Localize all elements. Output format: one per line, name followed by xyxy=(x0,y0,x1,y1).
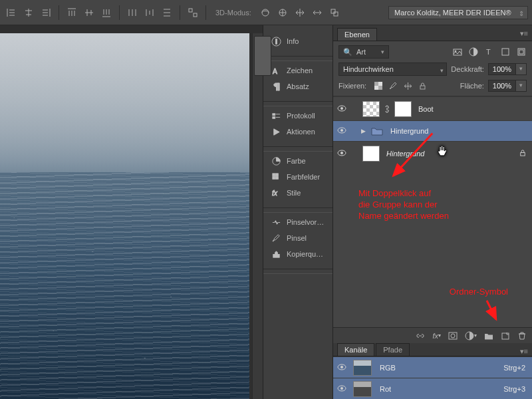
delete-layer-icon[interactable] xyxy=(517,331,527,340)
svg-point-47 xyxy=(340,366,343,368)
lock-all-icon[interactable] xyxy=(417,80,428,91)
folder-icon xyxy=(370,126,384,136)
tab-layers[interactable]: Ebenen xyxy=(337,28,377,41)
svg-rect-29 xyxy=(374,86,378,90)
svg-rect-7 xyxy=(276,41,277,44)
panel-color[interactable]: Farbe xyxy=(263,153,332,169)
panel-brush-presets[interactable]: Pinselvorga... xyxy=(263,214,332,230)
visibility-toggle[interactable] xyxy=(336,126,348,136)
filter-adjust-icon[interactable] xyxy=(468,47,479,57)
svg-rect-45 xyxy=(502,333,509,339)
distribute-v-icon[interactable] xyxy=(160,5,174,20)
panel-actions[interactable]: Aktionen xyxy=(263,124,332,140)
panel-paragraph[interactable]: Absatz xyxy=(263,78,332,94)
panel-brush[interactable]: Pinsel xyxy=(263,230,332,246)
3d-pan-icon[interactable] xyxy=(293,5,307,20)
filter-pixel-icon[interactable] xyxy=(452,47,463,57)
align-bottom-icon[interactable] xyxy=(99,5,114,20)
panel-history[interactable]: Protokoll xyxy=(263,108,332,124)
scrollbar-thumb[interactable] xyxy=(254,36,271,76)
layer-style-icon[interactable]: fx▾ xyxy=(432,332,441,340)
align-vcenter-icon[interactable] xyxy=(82,5,96,20)
layer-row-boot[interactable]: Boot xyxy=(333,96,532,120)
channel-row-red[interactable]: Rot Strg+3 xyxy=(333,378,532,399)
align-right-icon[interactable] xyxy=(39,5,53,20)
auto-align-icon[interactable] xyxy=(186,5,200,20)
visibility-toggle[interactable] xyxy=(336,362,348,373)
layer-mask-icon[interactable] xyxy=(448,331,458,340)
svg-rect-39 xyxy=(521,152,525,156)
visibility-toggle[interactable] xyxy=(336,104,348,114)
filter-smart-icon[interactable] xyxy=(516,47,527,57)
mode-3d-label: 3D-Modus: xyxy=(215,9,251,17)
tab-paths[interactable]: Pfade xyxy=(376,343,410,356)
lock-position-icon[interactable] xyxy=(402,80,413,91)
channel-thumb xyxy=(353,360,372,376)
channel-shortcut: Strg+3 xyxy=(503,385,525,393)
layer-thumb[interactable] xyxy=(362,146,380,162)
lock-transparent-icon[interactable] xyxy=(373,80,384,91)
new-layer-icon[interactable] xyxy=(501,331,510,340)
annotation-arrow-icon xyxy=(481,299,500,322)
opacity-flyout-button[interactable]: ▾ xyxy=(516,63,527,75)
align-hcenter-icon[interactable] xyxy=(21,5,36,20)
align-top-icon[interactable] xyxy=(65,5,79,20)
right-panels: Ebenen ▾≡ 🔍 Art ▾ T Hindurchwirke xyxy=(333,25,532,399)
opacity-value[interactable]: 100% xyxy=(488,63,516,75)
panel-menu-icon[interactable]: ▾≡ xyxy=(520,29,528,38)
new-group-icon[interactable] xyxy=(484,331,493,340)
blend-mode-dropdown[interactable]: Hindurchwirken xyxy=(338,63,447,76)
annotation-folder-hint: Ordner-Symbol xyxy=(450,287,508,297)
visibility-toggle[interactable] xyxy=(336,384,348,394)
panel-clone-source[interactable]: Kopierquelle xyxy=(263,246,332,262)
svg-point-32 xyxy=(340,107,343,110)
3d-roll-icon[interactable] xyxy=(275,5,290,20)
layer-row-background[interactable]: Hintergrund xyxy=(333,141,532,165)
adjustment-layer-icon[interactable]: ▾ xyxy=(465,331,477,340)
lock-pixels-icon[interactable] xyxy=(388,80,398,91)
align-left-icon[interactable] xyxy=(4,5,19,20)
svg-point-38 xyxy=(340,152,343,154)
filter-type-icon[interactable]: T xyxy=(484,47,495,57)
svg-rect-5 xyxy=(334,12,338,16)
panel-swatches[interactable]: Farbfelder xyxy=(263,169,332,185)
fill-flyout-button[interactable]: ▾ xyxy=(516,80,527,92)
filter-shape-icon[interactable] xyxy=(500,47,511,57)
svg-rect-30 xyxy=(420,86,425,89)
svg-rect-10 xyxy=(273,113,275,115)
svg-point-36 xyxy=(340,129,343,132)
svg-text:A: A xyxy=(273,68,277,75)
panel-styles[interactable]: fxStile xyxy=(263,185,332,201)
distribute-h-icon[interactable] xyxy=(125,5,140,20)
link-layers-icon[interactable] xyxy=(416,331,425,340)
distribute-hcenter-icon[interactable] xyxy=(142,5,157,20)
3d-slide-icon[interactable] xyxy=(310,5,325,20)
channels-list: RGB Strg+2 Rot Strg+3 xyxy=(333,356,532,399)
svg-rect-8 xyxy=(276,39,277,40)
mask-thumb[interactable] xyxy=(394,101,412,117)
mask-link-icon[interactable] xyxy=(384,101,390,117)
visibility-toggle[interactable] xyxy=(336,148,348,159)
vertical-scrollbar[interactable] xyxy=(252,33,263,399)
tab-channels[interactable]: Kanäle xyxy=(337,343,374,356)
workspace-switcher[interactable]: Marco Kolditz, MEER DER IDEEN® xyxy=(388,6,528,19)
svg-line-41 xyxy=(487,301,496,319)
svg-rect-1 xyxy=(194,13,197,17)
channel-name: Rot xyxy=(380,385,391,393)
layers-panel-options: 🔍 Art ▾ T Hindurchwirken Deckkraft: 100% xyxy=(333,41,532,96)
document-canvas[interactable] xyxy=(0,33,249,399)
opacity-label: Deckkraft: xyxy=(451,65,484,73)
panel-character[interactable]: AZeichen xyxy=(263,63,332,78)
channel-row-rgb[interactable]: RGB Strg+2 xyxy=(333,356,532,378)
annotation-area: Mit Doppelklick auf die Gruppe kann der … xyxy=(333,165,532,327)
layer-name[interactable]: Boot xyxy=(418,105,434,113)
layer-filter-kind[interactable]: 🔍 Art ▾ xyxy=(338,45,389,59)
3d-orbit-icon[interactable] xyxy=(258,5,273,20)
panel-menu-icon[interactable]: ▾≡ xyxy=(520,347,528,356)
group-disclosure-icon[interactable]: ▶ xyxy=(360,128,366,134)
panel-info[interactable]: Info xyxy=(263,33,332,49)
3d-scale-icon[interactable] xyxy=(327,5,342,20)
fill-value[interactable]: 100% xyxy=(488,80,516,92)
fill-label: Fläche: xyxy=(460,82,484,90)
layer-thumb[interactable] xyxy=(362,101,380,117)
